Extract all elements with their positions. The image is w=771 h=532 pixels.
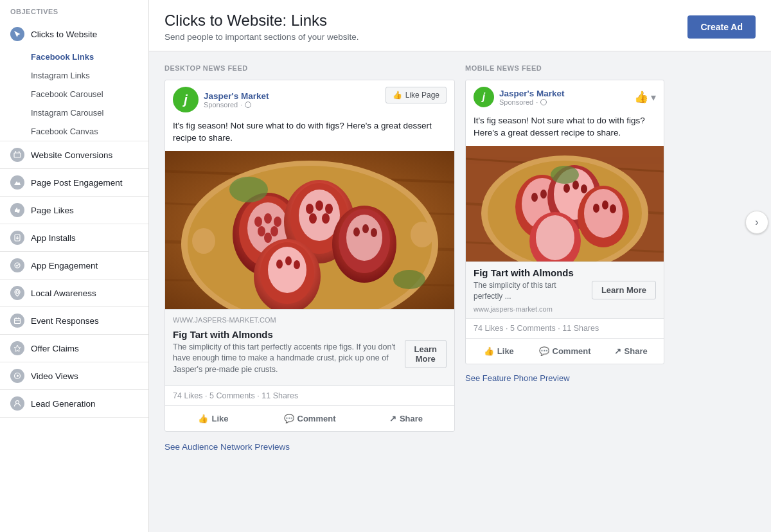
like-icon: 👍 — [198, 414, 208, 423]
sidebar-item-label-local-awareness: Local Awareness — [31, 288, 96, 298]
main-content: Clicks to Website: Links Send people to … — [149, 0, 771, 532]
desktop-ad-caption: It's fig season! Not sure what to do wit… — [165, 118, 454, 151]
mobile-thumbs-icon: 👍 — [634, 90, 648, 104]
sidebar-item-event-responses[interactable]: Event Responses — [0, 307, 148, 334]
desktop-comment-button[interactable]: 💬 Comment — [261, 410, 358, 427]
sidebar-item-label-lead-generation: Lead Generation — [31, 399, 96, 409]
sidebar-item-label-clicks: Clicks to Website — [31, 30, 97, 39]
sidebar-sub-item-instagram-carousel[interactable]: Instagram Carousel — [0, 103, 148, 122]
preview-area: DESKTOP NEWS FEED j Jasper's Market Spon… — [149, 51, 771, 532]
sidebar-section-clicks: Clicks to Website Facebook Links Instagr… — [0, 21, 148, 141]
sidebar-item-label-app-engagement: App Engagement — [31, 261, 98, 270]
sidebar-item-video-views[interactable]: Video Views — [0, 362, 148, 389]
offer-icon — [10, 341, 24, 355]
desktop-link-title: Fig Tart with Almonds — [173, 329, 405, 340]
desktop-label: DESKTOP NEWS FEED — [164, 64, 455, 72]
desktop-ad-image — [165, 151, 454, 309]
sidebar-item-page-post-engagement[interactable]: Page Post Engagement — [0, 169, 148, 196]
sidebar-item-label-engagement: Page Post Engagement — [31, 178, 123, 188]
sidebar-item-website-conversions[interactable]: Website Conversions — [0, 141, 148, 168]
mobile-ad-profile: j Jasper's Market Sponsored · — [474, 87, 565, 107]
svg-rect-5 — [15, 319, 21, 324]
sidebar-section-video-views: Video Views — [0, 362, 148, 390]
sidebar-item-label-website-conv: Website Conversions — [31, 150, 112, 160]
sidebar-section-local-awareness: Local Awareness — [0, 279, 148, 307]
event-icon — [10, 314, 24, 328]
desktop-link-url: WWW.JASPERS-MARKET.COM — [173, 316, 447, 324]
mobile-profile-info: Jasper's Market Sponsored · — [499, 89, 565, 106]
desktop-link-row: Fig Tart with Almonds The simplicity of … — [173, 329, 447, 380]
sidebar-item-clicks-to-website[interactable]: Clicks to Website — [0, 21, 148, 48]
desktop-ad-card-header: j Jasper's Market Sponsored · — [165, 80, 454, 118]
sidebar-item-offer-claims[interactable]: Offer Claims — [0, 335, 148, 362]
svg-point-50 — [192, 228, 215, 254]
mobile-link-info: Fig Tart with Almonds The simplicity of … — [474, 267, 587, 314]
desktop-share-button[interactable]: ↗ Share — [358, 410, 454, 427]
app-engagement-icon — [10, 258, 24, 272]
sidebar-item-label-video-views: Video Views — [31, 371, 78, 381]
thumbs-up-icon: 👍 — [393, 91, 402, 100]
fig-tart-image — [165, 151, 454, 309]
create-ad-button[interactable]: Create Ad — [687, 15, 756, 39]
svg-point-54 — [393, 270, 425, 289]
sidebar-sub-item-facebook-canvas[interactable]: Facebook Canvas — [0, 122, 148, 141]
mobile-share-icon: ↗ — [614, 346, 621, 356]
lead-icon — [10, 396, 24, 411]
sidebar-section-offer-claims: Offer Claims — [0, 335, 148, 362]
mobile-page-name[interactable]: Jasper's Market — [499, 89, 565, 98]
mobile-learn-more-button[interactable]: Learn More — [592, 281, 656, 299]
mobile-link-right: Learn More — [592, 281, 656, 299]
sidebar-sub-item-facebook-carousel[interactable]: Facebook Carousel — [0, 85, 148, 103]
desktop-sponsored: Sponsored · — [204, 101, 269, 109]
desktop-preview-column: DESKTOP NEWS FEED j Jasper's Market Spon… — [164, 64, 455, 452]
sidebar: OBJECTIVES Clicks to Website Facebook Li… — [0, 0, 149, 532]
mobile-ad-image — [466, 146, 664, 262]
like-page-button[interactable]: 👍 Like Page — [386, 87, 447, 103]
desktop-link-desc: The simplicity of this tart perfectly ac… — [173, 342, 405, 376]
mobile-like-button[interactable]: 👍 Like — [466, 342, 532, 360]
mobile-fig-tart-image — [466, 146, 664, 262]
comment-icon: 💬 — [284, 414, 294, 423]
svg-point-42 — [362, 224, 369, 233]
sidebar-item-label-app-installs: App Installs — [31, 233, 76, 243]
desktop-learn-more-button[interactable]: Learn More — [405, 340, 447, 368]
mobile-like-icon: 👍 — [484, 346, 494, 356]
sidebar-item-app-engagement[interactable]: App Engagement — [0, 252, 148, 279]
desktop-like-button[interactable]: 👍 Like — [165, 410, 261, 427]
mobile-ad-card: j Jasper's Market Sponsored · — [465, 80, 664, 364]
desktop-ad-card: j Jasper's Market Sponsored · — [164, 80, 455, 432]
desktop-link-block: WWW.JASPERS-MARKET.COM Fig Tart with Alm… — [165, 309, 454, 386]
mobile-comment-icon: 💬 — [539, 346, 549, 356]
sidebar-item-lead-generation[interactable]: Lead Generation — [0, 390, 148, 417]
desktop-link-text: Fig Tart with Almonds The simplicity of … — [173, 329, 405, 380]
mobile-share-button[interactable]: ↗ Share — [598, 342, 664, 360]
sidebar-section-engagement: Page Post Engagement — [0, 169, 148, 197]
engagement-icon — [10, 175, 24, 190]
svg-point-64 — [531, 193, 538, 202]
mobile-profile-avatar: j — [474, 87, 494, 107]
svg-point-74 — [593, 204, 599, 213]
mobile-sponsored: Sponsored · — [499, 98, 565, 106]
svg-point-41 — [353, 227, 360, 236]
svg-point-69 — [563, 184, 570, 193]
svg-point-75 — [602, 200, 608, 209]
next-arrow-button[interactable]: › — [745, 211, 768, 234]
local-icon — [10, 286, 24, 300]
svg-point-36 — [309, 213, 317, 224]
sidebar-sub-item-instagram-links[interactable]: Instagram Links — [0, 66, 148, 85]
svg-point-24 — [254, 217, 262, 227]
svg-marker-9 — [14, 345, 21, 351]
sidebar-item-page-likes[interactable]: Page Likes — [0, 197, 148, 224]
sidebar-section-website-conversions: Website Conversions — [0, 141, 148, 169]
mobile-comment-button[interactable]: 💬 Comment — [532, 342, 598, 360]
audience-network-link[interactable]: See Audience Network Previews — [164, 442, 455, 452]
sidebar-item-app-installs[interactable]: App Installs — [0, 224, 148, 251]
desktop-profile-avatar: j — [173, 87, 199, 112]
sidebar-sub-item-facebook-links[interactable]: Facebook Links — [0, 48, 148, 66]
svg-point-47 — [276, 260, 283, 269]
sidebar-item-local-awareness[interactable]: Local Awareness — [0, 279, 148, 306]
svg-point-48 — [285, 256, 292, 265]
desktop-page-name[interactable]: Jasper's Market — [204, 91, 269, 101]
see-feature-phone-link[interactable]: See Feature Phone Preview — [465, 373, 756, 383]
svg-point-26 — [274, 217, 281, 227]
